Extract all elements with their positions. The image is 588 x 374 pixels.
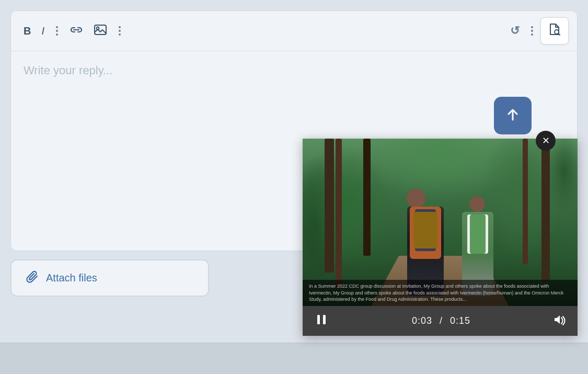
bold-icon: B	[24, 25, 31, 37]
file-search-icon	[547, 22, 562, 40]
svg-rect-6	[317, 315, 320, 324]
upload-arrow-icon	[504, 106, 521, 126]
link-button[interactable]	[65, 21, 87, 41]
undo-icon: ↺	[510, 24, 520, 38]
attach-files-label: Attach files	[46, 272, 97, 284]
toolbar: B I	[11, 11, 577, 51]
placeholder-text: Write your reply...	[24, 64, 112, 77]
time-display: 0:03 / 0:15	[338, 315, 544, 326]
dots-icon-1	[55, 24, 59, 38]
video-overlay: In a Summer 2022 CDC group discussion at…	[303, 139, 578, 336]
image-button[interactable]	[89, 21, 111, 41]
pause-button[interactable]	[313, 311, 330, 331]
italic-icon: I	[41, 25, 44, 37]
current-time: 0:03	[412, 315, 432, 326]
close-icon: ✕	[542, 135, 550, 146]
volume-button[interactable]	[552, 313, 567, 328]
video-controls: 0:03 / 0:15	[303, 306, 578, 336]
image-icon	[94, 24, 107, 38]
time-separator: /	[440, 315, 443, 326]
bold-button[interactable]: B	[19, 22, 35, 40]
subtitle-text: In a Summer 2022 CDC group discussion at…	[309, 283, 571, 303]
undo-button[interactable]: ↺	[506, 21, 524, 41]
upload-button[interactable]	[494, 97, 532, 134]
svg-rect-7	[323, 315, 326, 324]
dots-icon-2	[118, 24, 122, 38]
close-video-button[interactable]: ✕	[536, 131, 556, 151]
total-time: 0:15	[450, 315, 470, 326]
video-scene: In a Summer 2022 CDC group discussion at…	[303, 139, 578, 306]
more-options-button-2[interactable]	[113, 21, 126, 41]
page-container: B I	[0, 0, 588, 374]
subtitle-bar: In a Summer 2022 CDC group discussion at…	[303, 280, 578, 306]
pause-icon	[315, 313, 328, 328]
bottom-bar	[0, 343, 588, 374]
italic-button[interactable]: I	[37, 22, 49, 40]
file-search-button[interactable]	[540, 17, 569, 44]
volume-icon	[552, 316, 567, 328]
video-frame[interactable]: In a Summer 2022 CDC group discussion at…	[303, 139, 578, 306]
dots-icon-3	[530, 24, 534, 38]
svg-rect-1	[95, 25, 106, 35]
more-options-button-1[interactable]	[51, 21, 63, 41]
link-icon	[70, 25, 83, 38]
paperclip-icon	[26, 270, 40, 286]
attach-files-button[interactable]: Attach files	[10, 259, 209, 297]
more-options-button-3[interactable]	[526, 21, 538, 41]
